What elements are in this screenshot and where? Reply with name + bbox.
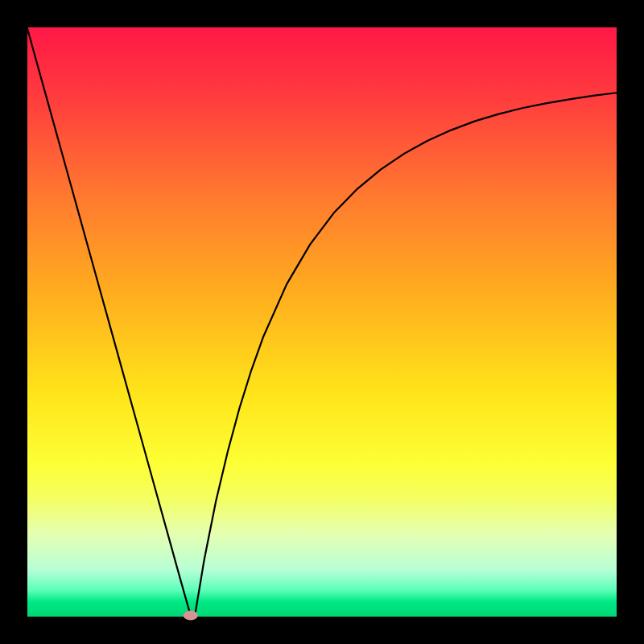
chart-container: TheBottleneck.com <box>0 0 644 644</box>
optimal-point-marker <box>184 611 198 621</box>
plot-background <box>27 27 617 617</box>
bottleneck-chart <box>0 0 644 644</box>
